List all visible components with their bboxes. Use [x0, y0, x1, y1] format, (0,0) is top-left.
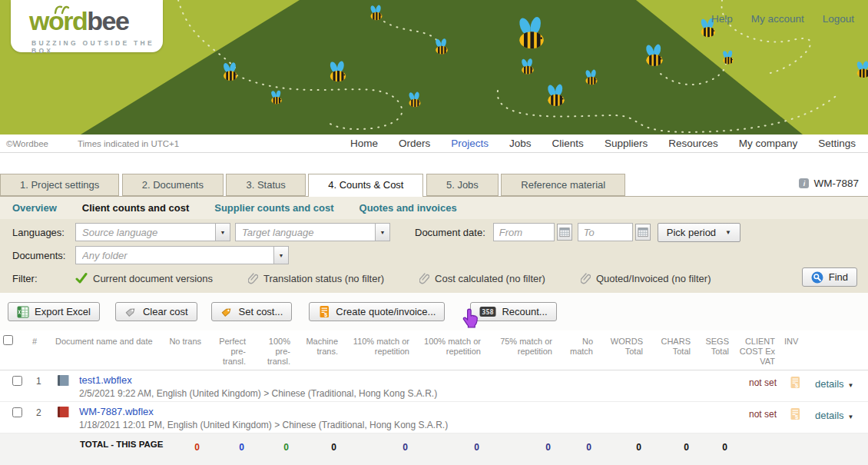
logo-bee: bee: [87, 6, 128, 35]
nav-item-projects[interactable]: Projects: [451, 138, 489, 149]
calendar-from-icon[interactable]: [557, 224, 572, 241]
document-link[interactable]: WM-7887.wbflex: [79, 406, 154, 417]
logo-text: wordbee: [29, 6, 128, 36]
subtab-overview[interactable]: Overview: [12, 202, 57, 214]
col-header-75-match: 75% match or repetition: [487, 330, 558, 370]
nav-item-suppliers[interactable]: Suppliers: [605, 138, 648, 149]
logout-link[interactable]: Logout: [823, 13, 854, 25]
project-code-text: WM-7887: [813, 178, 859, 189]
help-link[interactable]: Help: [711, 13, 733, 25]
subtab-quotes-invoices[interactable]: Quotes and invoices: [359, 202, 457, 214]
excel-icon: [17, 306, 29, 318]
documents-table: # Document name and date No trans Perfec…: [0, 330, 868, 465]
logo-tagline: BUZZING OUTSIDE THE BOX: [31, 39, 163, 55]
find-label: Find: [829, 271, 848, 283]
subtab-client-counts[interactable]: Client counts and cost: [82, 202, 189, 214]
tab-jobs[interactable]: 5. Jobs: [426, 174, 499, 196]
svg-text:358: 358: [482, 308, 494, 316]
total-no-match: 0: [558, 433, 599, 465]
chevron-down-icon[interactable]: ▼: [848, 414, 854, 420]
nav-item-orders[interactable]: Orders: [399, 138, 430, 149]
total-machine-trans: 0: [297, 433, 344, 465]
source-language-input[interactable]: [75, 223, 215, 241]
total-75-match: 0: [487, 433, 558, 465]
main-navbar: ©Wordbee Times indicated in UTC+1 Home O…: [0, 135, 868, 153]
filter-label: Filter:: [12, 273, 75, 284]
chip-label: Translation status (no filter): [263, 273, 384, 284]
folder-input[interactable]: [75, 246, 273, 264]
create-quote-invoice-button[interactable]: $ Create quote/invoice...: [309, 302, 445, 321]
total-perfect-pretransl: 0: [207, 433, 252, 465]
timezone-note: Times indicated in UTC+1: [78, 139, 179, 148]
document-icon: [58, 375, 69, 386]
tab-documents[interactable]: 2. Documents: [122, 174, 224, 196]
calendar-to-icon[interactable]: [635, 224, 651, 241]
tab-project-settings[interactable]: 1. Project settings: [0, 174, 119, 196]
invoice-icon: $: [789, 376, 801, 389]
folder-dropdown-icon[interactable]: ▼: [273, 246, 289, 264]
export-excel-label: Export Excel: [35, 306, 91, 317]
find-button[interactable]: Find: [802, 267, 857, 287]
pick-period-button[interactable]: Pick period ▼: [658, 223, 740, 242]
my-account-link[interactable]: My account: [751, 13, 804, 25]
actions-toolbar: Export Excel Clear cost Set cost... $ Cr…: [0, 293, 868, 330]
source-language-dropdown-icon[interactable]: ▼: [215, 223, 230, 241]
row-checkbox[interactable]: [12, 407, 22, 417]
chevron-down-icon[interactable]: ▼: [848, 382, 854, 389]
set-cost-button[interactable]: Set cost...: [211, 302, 293, 321]
col-header-inv: INV: [781, 330, 810, 370]
total-chars: 0: [649, 433, 697, 465]
info-icon[interactable]: i: [799, 178, 809, 188]
create-quote-invoice-label: Create quote/invoice...: [336, 306, 436, 317]
chevron-down-icon: ▼: [725, 229, 731, 236]
clear-cost-button[interactable]: Clear cost: [115, 302, 197, 321]
nav-item-settings[interactable]: Settings: [818, 138, 856, 149]
col-header-machine-trans: Machine trans.: [297, 330, 344, 370]
check-icon: [75, 273, 88, 284]
filter-chip-document-versions[interactable]: Current document versions: [75, 273, 213, 284]
target-language-input[interactable]: [235, 223, 375, 241]
col-header-no-match: No match: [558, 330, 599, 370]
project-tabs: 1. Project settings 2. Documents 3. Stat…: [0, 174, 868, 197]
document-link[interactable]: test1.wbflex: [79, 374, 132, 386]
nav-menu: Home Orders Projects Jobs Clients Suppli…: [350, 138, 868, 149]
subtab-supplier-counts[interactable]: Supplier counts and cost: [214, 202, 333, 214]
nav-item-home[interactable]: Home: [350, 138, 378, 149]
documents-row: Documents: ▼: [0, 245, 868, 265]
tab-counts-and-cost[interactable]: 4. Counts & Cost: [308, 174, 423, 197]
row-number: 1: [29, 370, 52, 402]
chip-label: Cost calculated (no filter): [435, 273, 545, 284]
total-100-match: 0: [416, 433, 487, 465]
nav-item-jobs[interactable]: Jobs: [509, 138, 532, 149]
filter-chip-translation-status[interactable]: Translation status (no filter): [248, 273, 384, 284]
invoice-icon: $: [789, 407, 801, 420]
recount-button[interactable]: 358 Recount...: [470, 302, 556, 321]
select-all-checkbox[interactable]: [3, 335, 13, 345]
col-header-110-match: 110% match or repetition: [344, 330, 416, 370]
filter-chip-cost-calculated[interactable]: Cost calculated (no filter): [419, 273, 545, 284]
nav-item-my-company[interactable]: My company: [739, 138, 798, 149]
tab-status[interactable]: 3. Status: [226, 174, 305, 196]
subtabs: Overview Client counts and cost Supplier…: [0, 197, 868, 219]
search-icon: [811, 271, 823, 284]
col-header-document: Document name and date: [52, 330, 165, 370]
details-link[interactable]: details: [815, 378, 844, 390]
target-language-dropdown-icon[interactable]: ▼: [375, 223, 390, 241]
languages-row: Languages: ▼ ▼ Document date: Pick perio…: [0, 222, 868, 242]
nav-item-resources[interactable]: Resources: [668, 138, 718, 149]
export-excel-button[interactable]: Export Excel: [8, 302, 100, 321]
total-row: TOTAL - THIS PAGE 0 0 0 0 0 0 0 0 0 0 0: [0, 433, 868, 465]
paperclip-icon: [419, 273, 429, 284]
languages-label: Languages:: [12, 227, 75, 238]
set-cost-label: Set cost...: [239, 306, 283, 317]
col-header-chars-total: CHARS Total: [649, 330, 697, 370]
details-link[interactable]: details: [815, 410, 844, 421]
date-to-input[interactable]: [578, 223, 633, 241]
table-header-row: # Document name and date No trans Perfec…: [0, 330, 868, 370]
clear-cost-label: Clear cost: [143, 306, 188, 317]
nav-item-clients[interactable]: Clients: [552, 138, 584, 149]
row-checkbox[interactable]: [12, 376, 22, 386]
date-from-input[interactable]: [493, 223, 555, 241]
filter-chip-quoted-invoiced[interactable]: Quoted/Invoiced (no filter): [581, 273, 711, 284]
tab-reference-material[interactable]: Reference material: [501, 174, 625, 196]
